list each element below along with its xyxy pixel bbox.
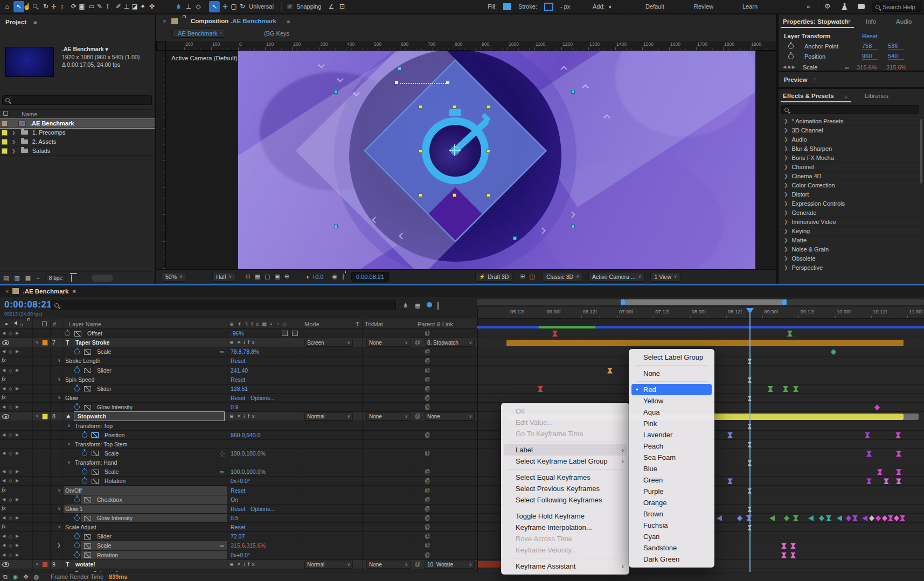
keyframe-purple[interactable] <box>866 451 872 457</box>
parent-pickwhip-icon[interactable]: @ <box>415 339 420 345</box>
link-off-icon[interactable] <box>220 451 225 457</box>
previous-keyframe-icon[interactable]: ◀ <box>2 543 5 548</box>
stopwatch-icon[interactable] <box>82 478 87 484</box>
keyframe-green[interactable] <box>783 386 788 392</box>
expand-chevron-icon[interactable]: ❯ <box>784 228 788 234</box>
properties-tab[interactable]: Properties: Stopwatch <box>783 18 849 25</box>
previous-keyframe-icon[interactable]: ◀ <box>2 552 5 557</box>
label-swatch[interactable] <box>2 148 8 154</box>
keyframe-magenta[interactable] <box>895 432 901 438</box>
parent-pickwhip-icon[interactable]: @ <box>425 450 430 456</box>
previous-keyframe-icon[interactable]: ◀ <box>2 469 5 474</box>
layer-name[interactable]: wotate! <box>75 561 95 568</box>
expand-chevron-icon[interactable]: ❯ <box>784 247 788 252</box>
label-item-red[interactable]: Red <box>631 384 712 395</box>
fast-previews-icon[interactable]: ⊡ <box>245 273 250 280</box>
keyframe-pink[interactable] <box>781 543 787 549</box>
next-keyframe-icon[interactable]: ▶ <box>16 432 19 437</box>
path-vertex-handle[interactable] <box>334 90 338 94</box>
parent-pickwhip-icon[interactable]: @ <box>425 432 430 438</box>
label-item-sea-foam[interactable]: Sea Foam <box>629 452 714 463</box>
rotate-gizmo-tool-icon[interactable]: ↻ <box>237 1 248 12</box>
collapse-chevron-icon[interactable]: ∨ <box>67 442 71 446</box>
playhead-line[interactable] <box>749 313 751 572</box>
workspace-tab-learn[interactable]: Learn <box>742 3 758 10</box>
keyframe-blue[interactable] <box>717 515 722 521</box>
reset-link[interactable]: Reset <box>231 524 245 530</box>
blend-mode-dropdown[interactable]: Normal∨ <box>304 412 353 421</box>
keyframe-teal[interactable] <box>831 349 836 355</box>
exposure-icon[interactable]: ◑ <box>305 274 309 280</box>
keyframe-green[interactable] <box>787 331 793 337</box>
keyframe-purple[interactable] <box>846 515 851 521</box>
expand-chevron-icon[interactable]: ❯ <box>784 237 788 243</box>
expand-chevron-icon[interactable]: ❯ <box>12 149 16 153</box>
motion-path-handle[interactable] <box>395 81 398 84</box>
label-item-aqua[interactable]: Aqua <box>629 407 714 418</box>
stopwatch-icon[interactable] <box>788 44 794 49</box>
motion-path-handle[interactable] <box>446 81 449 84</box>
reset-link[interactable]: Reset <box>231 395 245 401</box>
keyframe-green[interactable] <box>793 515 798 521</box>
ruler-corner-box[interactable] <box>156 41 166 51</box>
parent-link-column-header[interactable]: Parent & Link <box>418 321 453 327</box>
feedback-bubble-icon[interactable] <box>858 4 865 9</box>
previous-keyframe-icon[interactable]: ◀ <box>2 515 5 520</box>
guides-icon[interactable]: ⊕ <box>284 273 289 280</box>
exposure-value[interactable]: +0.0 <box>312 274 324 280</box>
universal-mode-label[interactable]: Universal <box>249 3 274 10</box>
label-item-sandstone[interactable]: Sandstone <box>629 542 714 554</box>
property-row-rotation[interactable]: ◀◇▶Rotation0x+0.0°@ <box>0 551 924 560</box>
project-item-1-precomps[interactable]: ❯1. Precomps <box>0 128 155 137</box>
timeline-ruler[interactable]: 05:12f06:00f06:12f07:00f07:12f08:00f08:1… <box>477 307 924 319</box>
next-keyframe-icon[interactable]: ▶ <box>16 349 19 354</box>
property-value[interactable]: 78.8,78.8% <box>231 348 259 355</box>
next-keyframe-icon[interactable]: ▶ <box>16 478 19 483</box>
link-icon[interactable]: ∞ <box>845 64 849 71</box>
graph-icon[interactable] <box>84 349 91 355</box>
stopwatch-icon[interactable] <box>74 404 80 410</box>
label-item-cyan[interactable]: Cyan <box>629 531 714 542</box>
selection-3d-tool-icon[interactable]: ↖ <box>209 1 220 12</box>
project-flowchart-icon[interactable]: ▤ <box>3 275 9 282</box>
property-row-slider[interactable]: ◀◇▶Slider128.51@ <box>0 384 924 394</box>
next-keyframe-icon[interactable]: ▶ <box>16 368 19 373</box>
path-vertex-handle[interactable] <box>571 225 575 228</box>
anchor-point-y[interactable]: 536 <box>888 43 904 50</box>
keyframe-magenta[interactable] <box>877 469 883 475</box>
live-update-icon[interactable]: ◉ <box>13 573 18 580</box>
keyframe-blue[interactable] <box>737 515 742 521</box>
collapse-chevron-icon[interactable]: ∨ <box>36 340 39 345</box>
draft-3d-toggle[interactable]: ⚡Draft 3D <box>475 272 512 282</box>
parent-pickwhip-icon[interactable]: @ <box>425 358 430 363</box>
previous-keyframe-icon[interactable]: ◀ <box>2 478 5 483</box>
close-icon[interactable]: × <box>5 288 9 295</box>
graph-icon[interactable] <box>74 331 81 337</box>
graph-icon[interactable] <box>92 479 99 484</box>
parent-pickwhip-icon[interactable]: @ <box>425 386 430 391</box>
preview-tab[interactable]: Preview <box>784 76 807 83</box>
property-value[interactable]: 241.40 <box>231 367 248 374</box>
layer-label-swatch[interactable] <box>42 414 48 419</box>
project-bpc-button[interactable]: 8 bpc <box>45 274 66 282</box>
label-item-peach[interactable]: Peach <box>629 440 714 452</box>
eye-icon[interactable] <box>2 414 9 419</box>
previous-keyframe-icon[interactable]: ◀ <box>2 451 5 456</box>
expand-chevron-icon[interactable]: ❯ <box>784 210 788 215</box>
effects-category-3d-channel[interactable]: ❯3D Channel <box>779 126 920 135</box>
property-value[interactable]: On <box>231 496 238 503</box>
stopwatch-icon[interactable] <box>74 552 80 558</box>
info-tab[interactable]: Info <box>866 18 876 25</box>
layer-row-wotate[interactable]: ∨9Twotate!⊕☀/fxNormal∨None∨@10. Wotate∨ <box>0 560 924 569</box>
menu-item-go-to-keyframe-time[interactable]: Go To Keyframe Time <box>501 428 629 439</box>
keyframe-pink[interactable] <box>894 515 899 521</box>
property-row-slider[interactable]: ◀◇▶Slider241.40@ <box>0 366 924 375</box>
next-keyframe-icon[interactable]: ▶ <box>16 386 19 391</box>
add-keyframe-icon[interactable]: ◇ <box>9 349 12 354</box>
snapping-checkbox[interactable]: ✓ <box>287 3 293 10</box>
layer-name[interactable]: Taper Stroke <box>75 339 109 346</box>
expression-icon[interactable] <box>282 331 288 336</box>
menu-item-select-previous-keyframes[interactable]: Select Previous Keyframes <box>501 483 629 494</box>
keyframe-magenta[interactable] <box>896 451 901 457</box>
fx-badge-icon[interactable]: fx <box>2 357 6 363</box>
